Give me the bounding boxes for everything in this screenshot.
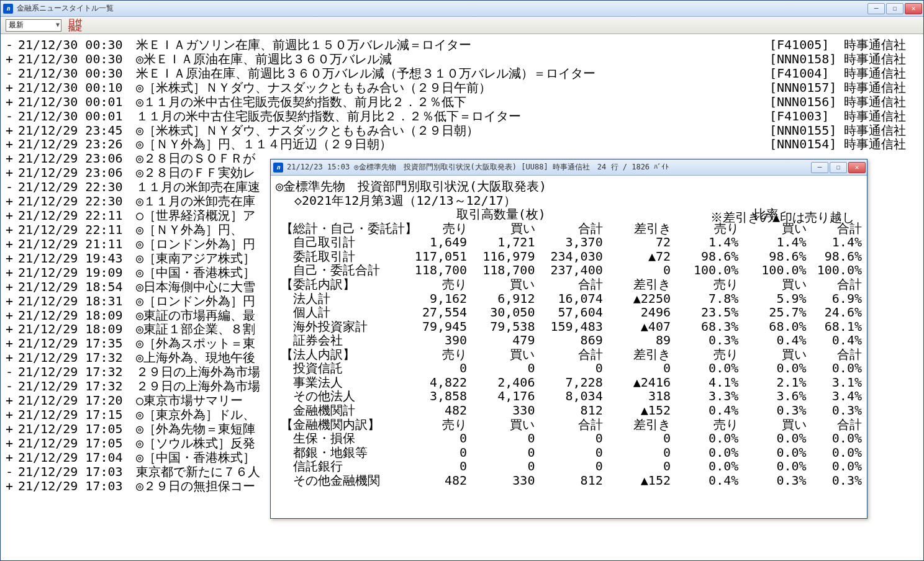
news-headline: ◎米ＥＩＡ原油在庫、前週比３６０万バレル減 bbox=[136, 52, 769, 66]
buy-ratio: 5.9% bbox=[738, 292, 806, 306]
sell-ratio: 68.3% bbox=[671, 320, 738, 334]
expand-icon[interactable]: + bbox=[6, 52, 18, 66]
expand-icon[interactable]: + bbox=[6, 123, 18, 138]
expand-icon[interactable]: + bbox=[6, 137, 18, 151]
expand-icon[interactable]: + bbox=[6, 422, 18, 436]
row-label: 自己取引計 bbox=[276, 235, 399, 249]
news-row[interactable]: -21/12/30 00:30米ＥＩＡガソリン在庫、前週比１５０万バレル減＝ロイ… bbox=[6, 38, 918, 52]
total-vol: 159,483 bbox=[535, 320, 602, 334]
expand-icon[interactable]: + bbox=[6, 166, 18, 180]
sell-vol: 4,822 bbox=[399, 375, 467, 390]
sell-vol: 482 bbox=[399, 403, 467, 418]
diff-vol: 89 bbox=[603, 333, 671, 348]
diff-vol: 72 bbox=[603, 235, 671, 249]
expand-icon[interactable]: + bbox=[6, 280, 18, 294]
expand-icon[interactable]: - bbox=[6, 109, 18, 123]
total-ratio: 0.4% bbox=[807, 333, 862, 348]
news-row[interactable]: +21/12/30 00:10◎［米株式］ＮＹダウ、ナスダックとももみ合い（２９… bbox=[6, 81, 918, 95]
buy-ratio: 98.6% bbox=[738, 249, 806, 264]
news-code: [F41003] bbox=[769, 109, 844, 123]
expand-icon[interactable]: + bbox=[6, 194, 18, 209]
data-row: 事業法人4,8222,4067,228▲24164.1%2.1%3.1% bbox=[276, 375, 862, 390]
row-label: 都銀・地銀等 bbox=[276, 446, 399, 460]
detail-content[interactable]: ◎金標準先物 投資部門別取引状況(大阪取発表) ◇2021年12月第3週（12/… bbox=[271, 176, 867, 518]
expand-icon[interactable]: - bbox=[6, 66, 18, 81]
expand-icon[interactable]: + bbox=[6, 151, 18, 166]
sell-ratio: 0.4% bbox=[671, 473, 738, 488]
expand-icon[interactable]: + bbox=[6, 266, 18, 280]
date-filter-button[interactable]: 日付指定 bbox=[66, 19, 84, 32]
data-row: 海外投資家計79,94579,538159,483▲40768.3%68.0%6… bbox=[276, 320, 862, 334]
expand-icon[interactable]: - bbox=[6, 180, 18, 194]
buy-ratio: 0.3% bbox=[738, 473, 806, 488]
sell-ratio: 4.1% bbox=[671, 375, 738, 390]
expand-icon[interactable]: + bbox=[6, 436, 18, 451]
total-vol: 7,228 bbox=[535, 375, 602, 390]
sort-dropdown[interactable]: 最新 bbox=[6, 19, 61, 32]
buy-vol: 1,721 bbox=[467, 235, 535, 249]
expand-icon[interactable]: + bbox=[6, 251, 18, 266]
news-datetime: 21/12/29 18:09 bbox=[18, 322, 136, 336]
news-row[interactable]: -21/12/30 00:01１１月の米中古住宅販売仮契約指数、前月比２．２％低… bbox=[6, 109, 918, 123]
total-ratio: 0.0% bbox=[807, 361, 862, 375]
expand-icon[interactable]: + bbox=[6, 451, 18, 465]
expand-icon[interactable]: - bbox=[6, 38, 18, 52]
detail-titlebar[interactable]: n 21/12/23 15:03 ◎金標準先物 投資部門別取引状況(大阪取発表)… bbox=[271, 159, 867, 176]
news-datetime: 21/12/29 18:31 bbox=[18, 294, 136, 308]
main-titlebar[interactable]: n 金融系ニュースタイトル一覧 ─ ☐ ✕ bbox=[1, 1, 923, 17]
expand-icon[interactable]: + bbox=[6, 408, 18, 422]
news-code: [NNN0154] bbox=[769, 137, 844, 151]
total-ratio: 1.4% bbox=[807, 235, 862, 249]
expand-icon[interactable]: + bbox=[6, 294, 18, 308]
close-button[interactable]: ✕ bbox=[905, 3, 922, 14]
close-button[interactable]: ✕ bbox=[848, 162, 866, 173]
news-row[interactable]: -21/12/30 00:30米ＥＩＡ原油在庫、前週比３６０万バレル減（予想３１… bbox=[6, 66, 918, 81]
row-label: 金融機関計 bbox=[276, 403, 399, 418]
sell-ratio: 0.0% bbox=[671, 361, 738, 375]
news-datetime: 21/12/29 17:20 bbox=[18, 393, 136, 408]
news-datetime: 21/12/29 23:06 bbox=[18, 166, 136, 180]
news-datetime: 21/12/29 17:15 bbox=[18, 408, 136, 422]
minimize-button[interactable]: ─ bbox=[811, 162, 828, 173]
expand-icon[interactable]: - bbox=[6, 379, 18, 393]
diff-vol: ▲152 bbox=[603, 473, 671, 488]
news-headline: ◎［ＮＹ外為］円、１１４円近辺（２９日朝） bbox=[136, 137, 769, 151]
news-row[interactable]: +21/12/29 23:45◎［米株式］ＮＹダウ、ナスダックとももみ合い（２９… bbox=[6, 123, 918, 138]
buy-vol: 330 bbox=[467, 403, 535, 418]
expand-icon[interactable]: + bbox=[6, 322, 18, 336]
news-datetime: 21/12/29 17:32 bbox=[18, 351, 136, 365]
sell-vol: 3,858 bbox=[399, 389, 467, 403]
news-source: 時事通信社 bbox=[844, 137, 918, 151]
expand-icon[interactable]: + bbox=[6, 336, 18, 351]
expand-icon[interactable]: + bbox=[6, 351, 18, 365]
sell-ratio: 7.8% bbox=[671, 292, 738, 306]
maximize-button[interactable]: ☐ bbox=[830, 162, 847, 173]
data-row: 生保・損保00000.0%0.0%0.0% bbox=[276, 431, 862, 446]
news-row[interactable]: +21/12/30 00:30◎米ＥＩＡ原油在庫、前週比３６０万バレル減[NNN… bbox=[6, 52, 918, 66]
data-row: 信託銀行00000.0%0.0%0.0% bbox=[276, 459, 862, 473]
sell-vol: 79,945 bbox=[399, 320, 467, 334]
news-row[interactable]: +21/12/30 00:01◎１１月の米中古住宅販売仮契約指数、前月比２．２％… bbox=[6, 95, 918, 109]
expand-icon[interactable]: + bbox=[6, 393, 18, 408]
maximize-button[interactable]: ☐ bbox=[886, 3, 904, 14]
minimize-button[interactable]: ─ bbox=[867, 3, 885, 14]
expand-icon[interactable]: + bbox=[6, 308, 18, 323]
buy-ratio: 0.0% bbox=[738, 459, 806, 473]
sell-ratio: 0.0% bbox=[671, 431, 738, 446]
expand-icon[interactable]: + bbox=[6, 479, 18, 493]
news-datetime: 21/12/30 00:30 bbox=[18, 52, 136, 66]
data-row: 都銀・地銀等00000.0%0.0%0.0% bbox=[276, 446, 862, 460]
news-datetime: 21/12/29 22:11 bbox=[18, 209, 136, 223]
expand-icon[interactable]: + bbox=[6, 95, 18, 109]
news-datetime: 21/12/29 18:09 bbox=[18, 308, 136, 323]
buy-vol: 0 bbox=[467, 361, 535, 375]
expand-icon[interactable]: + bbox=[6, 209, 18, 223]
expand-icon[interactable]: - bbox=[6, 365, 18, 379]
expand-icon[interactable]: - bbox=[6, 465, 18, 479]
news-code: [NNN0158] bbox=[769, 52, 844, 66]
expand-icon[interactable]: + bbox=[6, 237, 18, 251]
news-row[interactable]: +21/12/29 23:26◎［ＮＹ外為］円、１１４円近辺（２９日朝）[NNN… bbox=[6, 137, 918, 151]
expand-icon[interactable]: + bbox=[6, 81, 18, 95]
diff-vol: 2496 bbox=[603, 305, 671, 320]
expand-icon[interactable]: + bbox=[6, 223, 18, 237]
